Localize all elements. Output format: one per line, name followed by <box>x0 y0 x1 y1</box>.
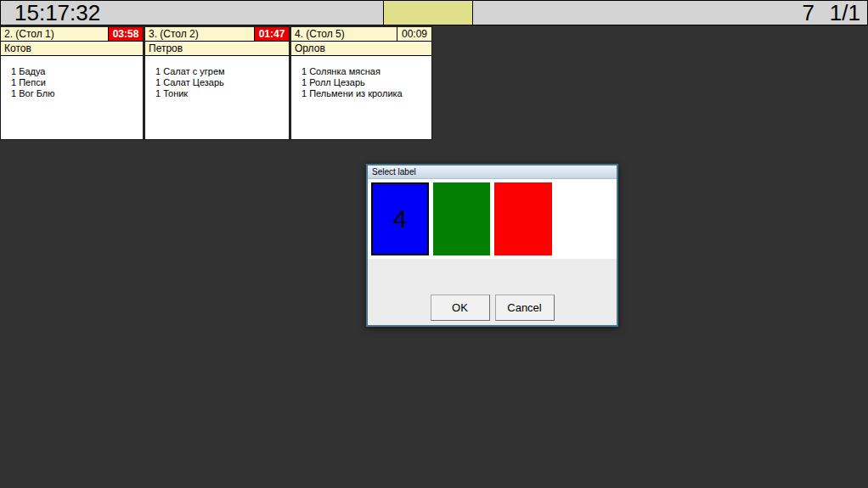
ticket-waiter: Петров <box>145 42 289 56</box>
ticket-waiter: Орлов <box>291 42 431 56</box>
orders-count: 7 <box>803 1 814 25</box>
order-item: 1 Пельмени из кролика <box>302 88 428 99</box>
ticket-timer: 01:47 <box>254 27 289 41</box>
label-swatch-blue[interactable]: 4 <box>371 182 429 255</box>
label-swatch-row: 4 <box>368 179 617 259</box>
dialog-button-row: OK Cancel <box>368 259 617 325</box>
ticket-timer: 00:09 <box>397 27 431 41</box>
page-indicator: 1/1 <box>830 1 860 25</box>
status-badge <box>383 1 473 25</box>
order-ticket[interactable]: 3. (Стол 2) 01:47 Петров 1 Салат с угрем… <box>144 26 290 140</box>
label-swatch-red[interactable] <box>494 182 552 255</box>
label-swatch-white[interactable] <box>556 182 614 255</box>
ticket-title: 3. (Стол 2) <box>145 27 254 41</box>
order-ticket[interactable]: 2. (Стол 1) 03:58 Котов 1 Бадуа 1 Пепси … <box>0 26 144 140</box>
ticket-title: 4. (Стол 5) <box>291 27 397 41</box>
order-item: 1 Тоник <box>155 88 285 99</box>
ticket-title: 2. (Стол 1) <box>1 27 108 41</box>
order-item: 1 Ролл Цезарь <box>302 77 428 88</box>
clock: 15:17:32 <box>14 1 100 25</box>
top-status-bar: 15:17:32 7 1/1 <box>0 0 868 25</box>
ok-button[interactable]: OK <box>431 294 490 321</box>
order-item: 1 Бадуа <box>11 66 139 77</box>
order-item: 1 Салат Цезарь <box>155 77 285 88</box>
ticket-header: 3. (Стол 2) 01:47 <box>145 27 289 42</box>
ticket-items: 1 Солянка мясная 1 Ролл Цезарь 1 Пельмен… <box>291 56 431 139</box>
cancel-button[interactable]: Cancel <box>495 294 555 321</box>
order-tickets-row: 2. (Стол 1) 03:58 Котов 1 Бадуа 1 Пепси … <box>0 26 433 140</box>
order-item: 1 Пепси <box>11 77 139 88</box>
select-label-dialog: Select label 4 OK Cancel <box>366 164 618 327</box>
ticket-waiter: Котов <box>1 42 143 56</box>
order-item: 1 Солянка мясная <box>302 66 428 77</box>
ticket-items: 1 Бадуа 1 Пепси 1 Вог Блю <box>1 56 143 139</box>
ticket-header: 4. (Стол 5) 00:09 <box>291 27 431 42</box>
ticket-timer: 03:58 <box>108 27 143 41</box>
ticket-items: 1 Салат с угрем 1 Салат Цезарь 1 Тоник <box>145 56 289 139</box>
order-item: 1 Вог Блю <box>11 88 139 99</box>
dialog-title: Select label <box>368 165 617 179</box>
label-swatch-green[interactable] <box>433 182 491 255</box>
ticket-header: 2. (Стол 1) 03:58 <box>1 27 143 42</box>
order-ticket[interactable]: 4. (Стол 5) 00:09 Орлов 1 Солянка мясная… <box>290 26 432 140</box>
order-item: 1 Салат с угрем <box>155 66 285 77</box>
